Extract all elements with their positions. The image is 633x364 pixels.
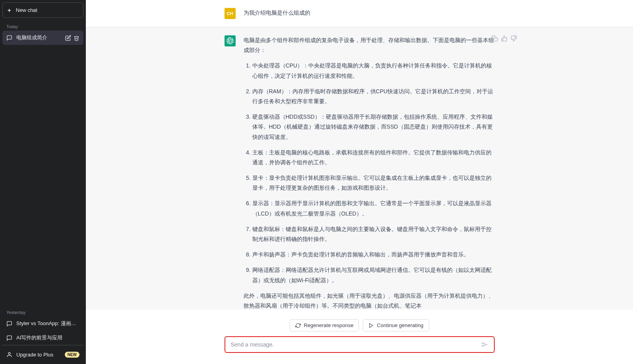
assistant-list-item: 显卡：显卡负责处理计算机图形和显示输出。它可以是集成在主板上的集成显卡，也可以是…	[252, 173, 495, 193]
assistant-list-item: 键盘和鼠标：键盘和鼠标是人与电脑之间的主要输入设备。键盘用于输入文字和命令，鼠标…	[252, 224, 495, 244]
message-actions	[492, 35, 517, 42]
sidebar-item[interactable]: AI写作的前景与应用	[2, 331, 83, 345]
section-label-today: Today	[2, 20, 83, 31]
sidebar: + New chat Today 电脑组成简介 Yesterday Styler…	[0, 0, 86, 364]
main-area: CH 为我介绍电脑是什么组成的 电脑是由多个组件和部件组成的复杂电子设备，用于处…	[86, 0, 633, 364]
composer-action-buttons: Regenerate response Continue generating	[290, 319, 429, 331]
assistant-message-content: 电脑是由多个组件和部件组成的复杂电子设备，用于处理、存储和输出数据。下面是电脑的…	[244, 35, 495, 310]
trash-icon[interactable]	[74, 35, 79, 41]
refresh-icon	[295, 323, 301, 328]
svg-rect-1	[494, 38, 497, 41]
chat-icon	[6, 35, 12, 41]
send-icon	[481, 341, 488, 348]
message-composer[interactable]	[225, 336, 495, 353]
user-message-row: CH 为我介绍电脑是什么组成的	[86, 0, 633, 27]
chat-item-label: 电脑组成简介	[16, 34, 61, 41]
copy-icon[interactable]	[492, 35, 498, 42]
user-message-text: 为我介绍电脑是什么组成的	[244, 8, 495, 19]
send-button[interactable]	[481, 341, 488, 348]
assistant-list: 中央处理器（CPU）：中央处理器是电脑的大脑，负责执行各种计算任务和指令。它是计…	[244, 61, 495, 285]
assistant-list-item: 中央处理器（CPU）：中央处理器是电脑的大脑，负责执行各种计算任务和指令。它是计…	[252, 61, 495, 81]
continue-label: Continue generating	[377, 322, 423, 328]
new-chat-button[interactable]: + New chat	[2, 2, 83, 18]
section-label-yesterday: Yesterday	[2, 306, 83, 316]
user-avatar: CH	[225, 8, 236, 19]
thumbs-down-icon[interactable]	[511, 35, 517, 42]
assistant-list-item: 主板：主板是电脑的核心电路板，承载和连接所有的组件和部件。它提供了数据传输和电力…	[252, 148, 495, 168]
assistant-list-item: 硬盘驱动器（HDD或SSD）：硬盘驱动器用于长期存储数据，包括操作系统、应用程序…	[252, 112, 495, 142]
assistant-outro: 此外，电脑还可能包括其他组件，如光驱（用于读取光盘）、电源供应器（用于为计算机提…	[244, 291, 495, 310]
regenerate-button[interactable]: Regenerate response	[290, 319, 359, 331]
svg-point-0	[8, 352, 10, 354]
chat-icon	[6, 335, 12, 341]
assistant-message-row: 电脑是由多个组件和部件组成的复杂电子设备，用于处理、存储和输出数据。下面是电脑的…	[86, 27, 633, 310]
assistant-list-item: 内存（RAM）：内存用于临时存储数据和程序，供CPU快速访问。它是计算机的工作空…	[252, 87, 495, 106]
chat-item-label: Styler vs ToonApp: 漫画脸优劣	[16, 320, 79, 327]
message-input[interactable]	[231, 341, 481, 348]
continue-button[interactable]: Continue generating	[363, 319, 429, 331]
edit-icon[interactable]	[65, 35, 71, 41]
assistant-list-item: 网络适配器：网络适配器允许计算机与互联网或局域网进行通信。它可以是有线的（如以太…	[252, 265, 495, 285]
new-badge: NEW	[65, 352, 79, 358]
composer-area: Regenerate response Continue generating	[86, 310, 633, 364]
plus-icon: +	[8, 7, 11, 13]
chat-item-label: AI写作的前景与应用	[16, 334, 79, 341]
openai-logo-icon	[226, 37, 234, 44]
assistant-intro: 电脑是由多个组件和部件组成的复杂电子设备，用于处理、存储和输出数据。下面是电脑的…	[244, 35, 495, 55]
conversation: CH 为我介绍电脑是什么组成的 电脑是由多个组件和部件组成的复杂电子设备，用于处…	[86, 0, 633, 310]
new-chat-label: New chat	[16, 7, 37, 13]
continue-icon	[368, 323, 374, 328]
assistant-avatar	[225, 35, 236, 46]
user-icon	[6, 352, 12, 358]
sidebar-bottom: Upgrade to Plus NEW	[2, 345, 83, 362]
chat-icon	[6, 321, 12, 327]
assistant-list-item: 声卡和扬声器：声卡负责处理计算机的音频输入和输出，而扬声器用于播放声音和音乐。	[252, 250, 495, 260]
sidebar-item[interactable]: Styler vs ToonApp: 漫画脸优劣	[2, 316, 83, 331]
sidebar-item-active[interactable]: 电脑组成简介	[2, 31, 83, 45]
upgrade-button[interactable]: Upgrade to Plus NEW	[2, 348, 83, 362]
chat-list-today: 电脑组成简介	[2, 31, 83, 304]
thumbs-up-icon[interactable]	[501, 35, 507, 42]
assistant-list-item: 显示器：显示器用于显示计算机的图形和文字输出。它通常是一个平面显示屏，可以是液晶…	[252, 198, 495, 218]
upgrade-label: Upgrade to Plus	[16, 352, 53, 358]
svg-marker-2	[370, 323, 373, 327]
regenerate-label: Regenerate response	[304, 322, 353, 328]
chat-list-yesterday: Styler vs ToonApp: 漫画脸优劣 AI写作的前景与应用	[2, 316, 83, 345]
